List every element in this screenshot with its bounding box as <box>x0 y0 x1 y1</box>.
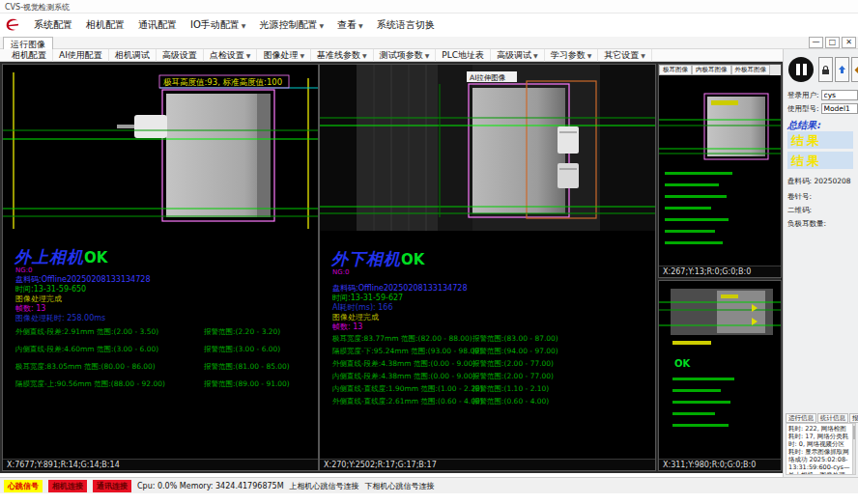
tool-test-params[interactable]: 测试项参数▼ <box>374 49 437 62</box>
thumbnail-panel-top[interactable]: 极耳图像 内极耳图像 外极耳图像 X:267; <box>658 64 782 278</box>
arrow-up-icon <box>837 65 847 75</box>
chevron-down-icon: ▼ <box>425 52 430 59</box>
tab-outer-tab-image[interactable]: 外极耳图像 <box>731 65 771 75</box>
close-button[interactable]: ✕ <box>842 37 856 48</box>
tool-plc-address-table[interactable]: PLC地址表 <box>436 49 491 62</box>
tool-baseline-params[interactable]: 基准线参数▼ <box>311 49 374 62</box>
upper-camera-image[interactable]: 极耳高度值:93, 标准高度值:100 <box>3 65 318 231</box>
tab-run-info[interactable]: 运行信息 <box>786 413 816 423</box>
tool-other-settings[interactable]: 其它设置▼ <box>598 49 652 62</box>
overlay-text-mark <box>721 294 738 298</box>
tool-ai-usage-config[interactable]: AI使用配置 <box>53 49 109 62</box>
result-box-lower: 结果 <box>787 152 853 169</box>
heartbeat-badge: 心跳信号 <box>4 480 43 492</box>
pause-icon <box>796 64 800 75</box>
batch-code-field: 盘料码: 20250208 <box>787 177 851 186</box>
bright-feature <box>558 163 579 188</box>
thumbnail-tabs: 极耳图像 内极耳图像 外极耳图像 <box>659 65 781 75</box>
tab-tab-image[interactable]: 极耳图像 <box>659 65 692 75</box>
measurement-row: 内侧直线-直线度:1.90mm 范围:(1.00 - 2.20)报警范围:(1.… <box>320 384 655 394</box>
thumbnail-image-bottom[interactable] <box>659 281 781 459</box>
tool-camera-config[interactable]: 相机配置 <box>6 49 53 62</box>
model-label: 使用型号: <box>787 104 819 114</box>
chevron-down-icon: ▼ <box>300 52 304 59</box>
menu-camera-config[interactable]: 相机配置 <box>79 16 131 34</box>
tool-advanced-settings[interactable]: 高级设置 <box>157 49 204 62</box>
menu-io-manual-config[interactable]: IO手动配置▼ <box>184 16 252 34</box>
measurement-row: 极耳宽度:83.77mm 范围:(82.00 - 88.00)报警范围:(83.… <box>320 334 655 344</box>
height-overlay-text: 极耳高度值:93, 标准高度值:100 <box>163 77 282 87</box>
thumbnail-image-top[interactable] <box>659 75 781 265</box>
measurement-row: 外侧直线-直线度:2.61mm 范围:(0.60 - 4.00)报警范围:(0.… <box>320 397 655 406</box>
menu-language-switch[interactable]: 系统语言切换 <box>370 16 442 34</box>
measurement-row: 隔膜宽度-上:90.56mm 范围:(88.00 - 92.00)报警范围:(8… <box>3 379 318 389</box>
login-user-input[interactable] <box>821 90 858 100</box>
pixel-coords-readout: X:7677;Y:891;R:14;G:14;B:14 <box>3 459 318 470</box>
pixel-coords-readout: X:270;Y:2502;R:17;G:17;B:17 <box>320 459 655 470</box>
tab-inner-tab-image[interactable]: 内极耳图像 <box>692 65 731 75</box>
measurement-row: 内侧直线-段差:4.60mm 范围:(3.00 - 6.00)报警范围:(3.0… <box>3 345 318 354</box>
measurement-row: 外侧直线-段差:2.91mm 范围:(2.00 - 3.50)报警范围:(2.2… <box>3 327 318 337</box>
tab-stats-info[interactable]: 统计信息 <box>817 413 848 423</box>
model-row: 使用型号: <box>787 103 858 114</box>
lock-icon <box>820 65 831 75</box>
upper-camera-heartbeat-status: 上相机心跳信号连接 <box>290 481 359 491</box>
tool-spot-check[interactable]: 点检设置▼ <box>204 49 258 62</box>
tab-run-image[interactable]: 运行图像 <box>3 37 53 49</box>
maximize-button[interactable]: □ <box>825 37 840 48</box>
pixel-coords-readout: X:311;Y:980;R:0;G:0;B:0 <box>659 459 781 470</box>
log-scrollbar[interactable] <box>852 423 856 475</box>
lower-camera-panel[interactable]: AI拉伸图像 外下相机OK NG:0 盘料码:Offline2025020813… <box>319 64 656 471</box>
app-window: CVS-视觉检测系统 系统配置 相机配置 通讯配置 IO手动配置▼ 光源控制配置… <box>0 0 858 504</box>
ng-note: NG:0 <box>15 266 32 274</box>
logout-button[interactable] <box>851 57 858 82</box>
part-surface <box>707 97 765 156</box>
bottom-strip <box>0 493 858 504</box>
measurement-row: 外侧直线-段差:4.38mm 范围:(0.00 - 9.00)报警范围:(2.0… <box>320 359 655 369</box>
negative-tab-count-field: 负极耳数量: <box>787 219 826 229</box>
thumbnail-panel-bottom[interactable]: OK X:311;Y:980;R:0;G:0;B:0 <box>658 280 782 471</box>
tab-alarm-info[interactable]: 报警信息 <box>849 413 858 423</box>
right-sidebar: 登录用户: 使用型号: 总结果: 结果 结果 盘料码: 20250208 卷针号… <box>783 49 858 477</box>
camera-lock-button[interactable] <box>818 57 833 82</box>
window-title: CVS-视觉检测系统 <box>5 3 70 12</box>
lower-camera-image[interactable]: AI拉伸图像 <box>320 65 655 231</box>
title-bar: CVS-视觉检测系统 <box>0 0 858 14</box>
model-input[interactable] <box>821 103 858 114</box>
lower-camera-heartbeat-status: 下相机心跳信号连接 <box>365 481 435 491</box>
upper-camera-panel[interactable]: 极耳高度值:93, 标准高度值:100 外上相机OK NG:0 盘料码:Offl… <box>2 64 319 471</box>
menu-light-control-config[interactable]: 光源控制配置▼ <box>252 16 330 34</box>
tool-learning-params[interactable]: 学习参数▼ <box>545 49 599 62</box>
chevron-down-icon: ▼ <box>242 22 246 29</box>
menu-view[interactable]: 查看▼ <box>330 16 370 34</box>
minimize-button[interactable]: — <box>809 37 823 48</box>
tool-image-processing[interactable]: 图像处理▼ <box>257 49 311 62</box>
ng-note: NG:0 <box>332 268 349 276</box>
measurement-row: 极耳宽度:83.05mm 范围:(80.00 - 86.00)报警范围:(81.… <box>3 362 318 372</box>
result-ok-text: OK <box>401 251 424 268</box>
process-time-line: 图像处理耗时: 258.00ms <box>15 313 105 323</box>
run-log-text: 耗时: 222, 网络检图耗时: 17, 网络分类耗时: 0, 网络视频分区耗时… <box>786 423 853 475</box>
part-surface <box>166 94 271 217</box>
export-button[interactable] <box>835 57 849 82</box>
chevron-down-icon: ▼ <box>319 22 324 29</box>
pause-button[interactable] <box>788 57 814 82</box>
comm-link-badge: 通讯连接 <box>93 480 131 492</box>
login-user-label: 登录用户: <box>787 91 819 100</box>
result-ok-text: OK <box>84 249 107 266</box>
chevron-down-icon: ▼ <box>358 22 363 29</box>
tool-camera-debug[interactable]: 相机调试 <box>109 49 157 62</box>
workspace: 极耳高度值:93, 标准高度值:100 外上相机OK NG:0 盘料码:Offl… <box>0 62 783 473</box>
menu-system-config[interactable]: 系统配置 <box>27 16 79 34</box>
bright-feature <box>558 126 579 154</box>
measurement-row: 隔膜宽度-下:95.24mm 范围:(93.00 - 98.00)报警范围:(9… <box>320 347 655 356</box>
menu-comm-config[interactable]: 通讯配置 <box>131 16 184 34</box>
cpu-memory-readout: Cpu: 0.0% Memory: 3424.41796875M <box>137 482 284 490</box>
result-box-upper: 结果 <box>787 131 853 149</box>
chevron-down-icon: ▼ <box>533 52 538 59</box>
toolbar: 相机配置 AI使用配置 相机调试 高级设置 点检设置▼ 图像处理▼ 基准线参数▼… <box>0 49 783 62</box>
camera-title: 外下相机OK <box>331 248 424 270</box>
thumb-result-ok: OK <box>674 358 690 369</box>
overlay-text-mark <box>711 100 738 105</box>
tool-advanced-debug[interactable]: 高级调试▼ <box>491 49 545 62</box>
